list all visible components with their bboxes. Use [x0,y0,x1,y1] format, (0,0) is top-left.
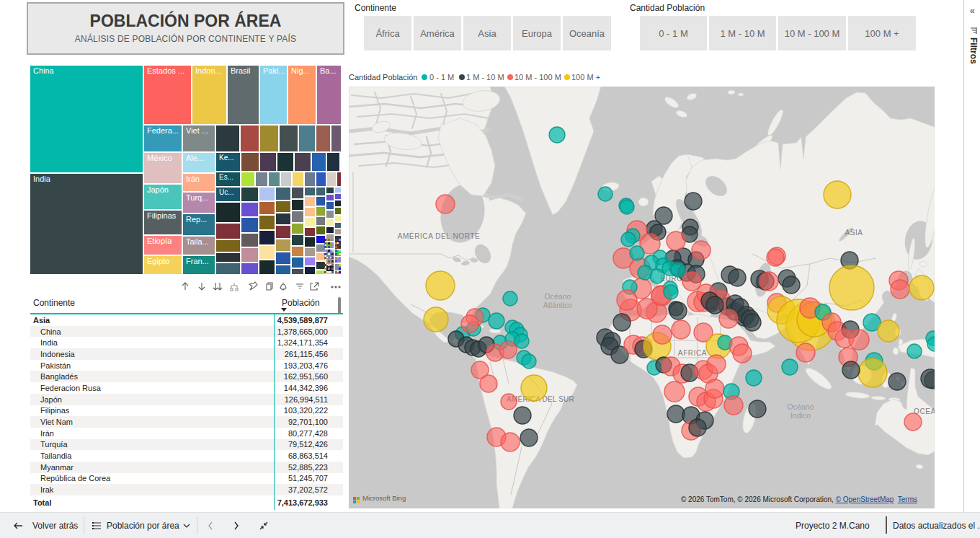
svg-text:ASIA: ASIA [845,229,863,237]
svg-text:Indico: Indico [790,411,811,420]
svg-text:Océano: Océano [788,402,814,411]
svg-text:Atlántico: Atlántico [543,301,572,309]
svg-text:AMÉRICA DEL NORTE: AMÉRICA DEL NORTE [398,231,481,240]
svg-text:Océano: Océano [545,292,571,301]
svg-text:AFRICA: AFRICA [678,349,707,357]
